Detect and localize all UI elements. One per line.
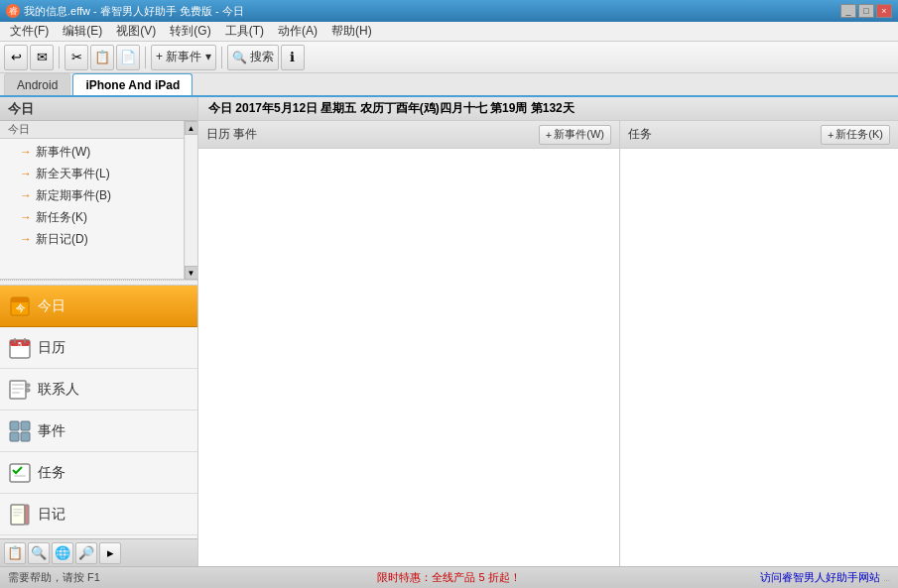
nav-item-contacts[interactable]: 联系人: [0, 369, 197, 411]
scroll-up-btn[interactable]: ▲: [185, 121, 198, 135]
today-icon: 今: [8, 294, 32, 318]
diary-icon: [8, 503, 32, 527]
menu-help[interactable]: 帮助(H): [325, 21, 378, 42]
svg-rect-24: [13, 515, 20, 517]
svg-rect-1: [11, 297, 29, 302]
svg-rect-19: [14, 475, 26, 477]
toolbar-sep-3: [221, 47, 222, 68]
maximize-button[interactable]: □: [858, 4, 874, 18]
sidebar-header: 今日: [0, 97, 197, 121]
panel-tasks: 任务 + 新任务(K): [620, 121, 898, 566]
svg-rect-23: [13, 512, 23, 514]
titlebar-left: 睿 我的信息.effw - 睿智男人好助手 免费版 - 今日: [6, 4, 244, 19]
svg-rect-9: [12, 384, 24, 386]
app-icon: 睿: [6, 4, 20, 18]
new-task-btn-panel[interactable]: + 新任务(K): [821, 125, 890, 145]
sidebar-bottom-btn-3[interactable]: 🌐: [52, 542, 73, 564]
nav-label-calendar: 日历: [38, 339, 65, 357]
new-event-label: 新事件(W): [554, 127, 604, 142]
nav-label-today: 今日: [38, 297, 65, 315]
panel-calendar: 日历 事件 + 新事件(W): [198, 121, 620, 566]
scroll-down-btn[interactable]: ▼: [185, 266, 198, 280]
info-button[interactable]: ℹ: [281, 45, 305, 70]
quick-item-label-3: 新定期事件(B): [36, 187, 111, 204]
calendar-panel-content: [198, 149, 619, 566]
new-event-btn-panel[interactable]: + 新事件(W): [539, 125, 611, 145]
svg-rect-13: [26, 389, 30, 392]
menu-file[interactable]: 文件(F): [4, 21, 55, 42]
status-center: 限时特惠：全线产品 5 折起！: [228, 570, 670, 585]
status-right: 访问睿智男人好助手网站 ...: [670, 570, 890, 585]
tabbar: Android iPhone And iPad: [0, 73, 898, 97]
nav-label-contacts: 联系人: [38, 381, 79, 399]
menu-tools[interactable]: 工具(T): [219, 21, 270, 42]
scroll-track: [186, 135, 197, 266]
svg-rect-17: [21, 432, 30, 441]
nav-item-diary[interactable]: 日记: [0, 494, 197, 535]
tab-android[interactable]: Android: [4, 73, 70, 95]
svg-text:今: 今: [15, 303, 26, 313]
titlebar: 睿 我的信息.effw - 睿智男人好助手 免费版 - 今日 _ □ ×: [0, 0, 898, 22]
sidebar-bottom-btn-2[interactable]: 🔍: [28, 542, 50, 564]
status-right-text[interactable]: 访问睿智男人好助手网站: [760, 571, 880, 583]
content-header: 今日 2017年5月12日 星期五 农历丁酉年(鸡)四月十七 第19周 第132…: [198, 97, 898, 121]
minimize-button[interactable]: _: [840, 4, 856, 18]
tasks-panel-content: [620, 149, 898, 566]
sidebar-bottom: 📋 🔍 🌐 🔎 ▸: [0, 538, 197, 566]
titlebar-controls[interactable]: _ □ ×: [840, 4, 892, 18]
nav-item-calendar[interactable]: 5 日历: [0, 327, 197, 369]
sidebar-scrollbar[interactable]: ▲ ▼: [184, 121, 197, 280]
svg-rect-21: [25, 505, 29, 525]
svg-text:5: 5: [18, 341, 22, 348]
new-event-button[interactable]: + 新事件 ▾: [151, 45, 216, 70]
search-button[interactable]: 🔍 搜索: [227, 45, 279, 70]
panel-tasks-header-left: 任务: [628, 126, 652, 143]
quick-item-new-event[interactable]: → 新事件(W): [0, 141, 184, 163]
tasks-panel-label: 任务: [628, 126, 652, 143]
quick-item-new-recurring[interactable]: → 新定期事件(B): [0, 184, 184, 206]
toolbar-btn-3[interactable]: ✂: [64, 45, 88, 70]
toolbar-btn-2[interactable]: ✉: [30, 45, 54, 70]
quick-item-new-diary[interactable]: → 新日记(D): [0, 228, 184, 250]
svg-rect-10: [12, 388, 24, 390]
toolbar-btn-4[interactable]: 📋: [90, 45, 114, 70]
nav-item-events[interactable]: 事件: [0, 411, 197, 452]
main-layout: 今日 今日 → 新事件(W) → 新全天事件(L) → 新定期事件(B): [0, 97, 898, 566]
sidebar-bottom-btn-4[interactable]: 🔎: [75, 542, 97, 564]
nav-item-tasks[interactable]: 任务: [0, 452, 197, 494]
sidebar-nav: 今 今日 5 日历: [0, 286, 197, 538]
toolbar-sep-1: [59, 47, 60, 68]
tasks-icon: [8, 461, 32, 485]
menu-edit[interactable]: 编辑(E): [57, 21, 108, 42]
sidebar-bottom-btn-1[interactable]: 📋: [4, 542, 26, 564]
quick-item-label-2: 新全天事件(L): [36, 166, 110, 182]
svg-rect-11: [12, 392, 20, 394]
quick-item-new-task[interactable]: → 新任务(K): [0, 206, 184, 228]
nav-label-diary: 日记: [38, 506, 65, 524]
sidebar-bottom-btn-5[interactable]: ▸: [99, 542, 121, 564]
calendar-panel-label: 日历 事件: [206, 126, 257, 143]
menu-goto[interactable]: 转到(G): [164, 21, 216, 42]
new-task-icon: +: [828, 129, 834, 141]
menu-view[interactable]: 视图(V): [110, 21, 162, 42]
tab-iphone[interactable]: iPhone And iPad: [72, 73, 192, 95]
arrow-icon-4: →: [20, 210, 32, 224]
quick-item-new-allday[interactable]: → 新全天事件(L): [0, 163, 184, 184]
status-left: 需要帮助，请按 F1: [8, 570, 228, 585]
svg-rect-22: [13, 509, 23, 511]
toolbar-btn-1[interactable]: ↩: [4, 45, 28, 70]
sidebar-quick-header: 今日: [0, 121, 184, 139]
quick-item-label-4: 新任务(K): [36, 209, 87, 226]
content-panels: 日历 事件 + 新事件(W) 任务 + 新任务(K: [198, 121, 898, 566]
svg-rect-14: [10, 421, 19, 430]
status-dots: ...: [883, 574, 890, 583]
menu-action[interactable]: 动作(A): [272, 21, 323, 42]
close-button[interactable]: ×: [876, 4, 892, 18]
toolbar-btn-5[interactable]: 📄: [116, 45, 140, 70]
arrow-icon-3: →: [20, 188, 32, 202]
events-icon: [8, 419, 32, 443]
content-date: 今日 2017年5月12日 星期五 农历丁酉年(鸡)四月十七 第19周 第132…: [208, 100, 575, 117]
nav-item-today[interactable]: 今 今日: [0, 286, 197, 327]
sidebar-quick-items: → 新事件(W) → 新全天事件(L) → 新定期事件(B) → 新任务(K): [0, 139, 184, 268]
arrow-icon-2: →: [20, 167, 32, 180]
